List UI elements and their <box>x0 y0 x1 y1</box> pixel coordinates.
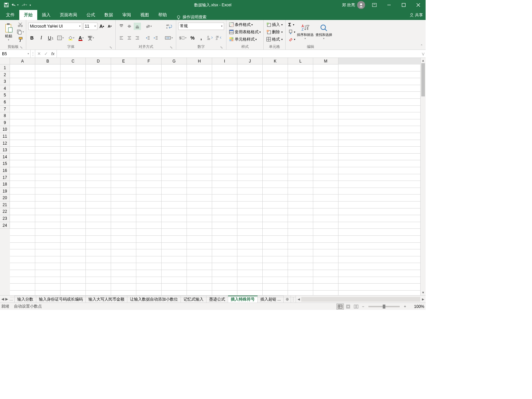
increase-decimal-button[interactable]: .0.00 <box>206 34 213 42</box>
scroll-up-button[interactable]: ▲ <box>421 58 426 63</box>
row-header[interactable]: 10 <box>0 126 10 133</box>
column-header[interactable]: L <box>288 58 313 65</box>
align-middle-button[interactable] <box>126 23 133 30</box>
font-size-combo[interactable]: 11▾ <box>83 23 97 30</box>
tab-home[interactable]: 开始 <box>19 10 37 20</box>
row-header[interactable]: 5 <box>0 92 10 99</box>
conditional-format-button[interactable]: 条件格式▾ <box>228 21 261 28</box>
insert-function-button[interactable]: fx <box>51 51 55 56</box>
bold-button[interactable]: B <box>28 34 36 42</box>
row-header[interactable]: 24 <box>0 222 10 229</box>
row-header[interactable]: 20 <box>0 195 10 201</box>
decrease-decimal-button[interactable]: .00.0 <box>215 34 222 42</box>
column-header[interactable]: J <box>237 58 263 65</box>
row-header[interactable]: 21 <box>0 201 10 208</box>
page-break-view-button[interactable] <box>352 304 360 310</box>
number-launcher[interactable]: ⤡ <box>219 45 223 49</box>
sheet-tab[interactable]: 记忆式输入 <box>181 296 206 303</box>
tab-formulas[interactable]: 公式 <box>82 10 100 20</box>
align-right-button[interactable] <box>134 34 141 42</box>
tell-me-search[interactable]: 操作说明搜索 <box>172 14 206 20</box>
italic-button[interactable]: I <box>38 34 45 42</box>
number-format-combo[interactable]: 常规▾ <box>178 23 224 30</box>
sheet-nav-more[interactable]: … <box>9 297 13 301</box>
format-cells-button[interactable]: 格式▾ <box>266 36 283 43</box>
underline-button[interactable]: U▾ <box>47 34 54 42</box>
new-sheet-button[interactable]: ⊕ <box>284 296 291 303</box>
column-header[interactable]: F <box>136 58 162 65</box>
column-header[interactable]: H <box>187 58 212 65</box>
column-header[interactable]: I <box>212 58 237 65</box>
delete-cells-button[interactable]: 删除▾ <box>266 28 283 36</box>
column-header[interactable]: E <box>111 58 136 65</box>
row-header[interactable]: 6 <box>0 99 10 106</box>
page-layout-view-button[interactable] <box>344 304 352 310</box>
paste-button[interactable]: 粘贴 ▾ <box>2 21 15 43</box>
font-color-button[interactable]: A▾ <box>77 34 85 42</box>
scroll-down-button[interactable]: ▼ <box>421 290 426 295</box>
sheet-tab[interactable]: 插入超链 ... <box>258 296 284 303</box>
sheet-tab[interactable]: 输入分数 <box>15 296 36 303</box>
formula-input[interactable]: ⋁ <box>57 50 426 58</box>
font-launcher[interactable]: ⤡ <box>109 45 113 49</box>
vertical-scrollbar[interactable]: ▲ ▼ <box>420 58 426 295</box>
row-header[interactable]: 19 <box>0 188 10 195</box>
column-header[interactable]: K <box>263 58 288 65</box>
merge-center-button[interactable]: ▾ <box>164 34 174 42</box>
redo-button[interactable]: ▾ <box>19 1 28 9</box>
name-box[interactable]: B5▾ <box>0 50 31 58</box>
name-box-options[interactable]: ⋮ <box>31 50 35 58</box>
cell-styles-button[interactable]: 单元格样式▾ <box>228 36 261 43</box>
borders-button[interactable]: ▾ <box>56 34 65 42</box>
row-header[interactable]: 13 <box>0 147 10 154</box>
row-header[interactable]: 18 <box>0 181 10 188</box>
cancel-formula-button[interactable]: ✕ <box>37 51 41 56</box>
share-button[interactable]: 共享 <box>409 10 423 20</box>
sheet-options[interactable]: ⋮ <box>291 296 296 303</box>
row-header[interactable]: 11 <box>0 133 10 140</box>
row-header[interactable]: 22 <box>0 208 10 215</box>
tab-data[interactable]: 数据 <box>100 10 118 20</box>
column-header[interactable]: M <box>313 58 338 65</box>
column-header[interactable]: D <box>86 58 111 65</box>
table-format-button[interactable]: 套用表格格式▾ <box>228 28 261 36</box>
tab-file[interactable]: 文件 <box>1 10 19 20</box>
row-header[interactable]: 9 <box>0 119 10 126</box>
tab-insert[interactable]: 插入 <box>37 10 55 20</box>
save-icon[interactable] <box>2 1 11 9</box>
find-select-button[interactable]: 查找和选择▾ <box>315 21 333 43</box>
minimize-button[interactable] <box>382 0 396 10</box>
sheet-tab[interactable]: 输入身份证号码或长编码 <box>36 296 86 303</box>
align-bottom-button[interactable] <box>134 23 141 30</box>
row-header[interactable]: 12 <box>0 140 10 147</box>
row-header[interactable]: 1 <box>0 65 10 71</box>
sheet-tab[interactable]: 墨迹公式 <box>206 296 228 303</box>
tab-help[interactable]: 帮助 <box>154 10 172 20</box>
zoom-level[interactable]: 100% <box>410 304 424 309</box>
sheet-tab[interactable]: 插入特殊符号 <box>228 296 258 303</box>
ribbon-display-options[interactable] <box>367 0 382 10</box>
autosum-button[interactable]: Σ▾ <box>288 21 296 28</box>
zoom-knob[interactable] <box>383 305 385 309</box>
percent-button[interactable]: % <box>189 34 196 42</box>
column-header[interactable]: G <box>162 58 187 65</box>
row-header[interactable]: 3 <box>0 78 10 85</box>
fill-color-button[interactable]: ▾ <box>67 34 75 42</box>
column-header[interactable]: B <box>35 58 61 65</box>
format-painter-button[interactable] <box>17 36 24 43</box>
shrink-font-button[interactable]: A▾ <box>106 23 113 30</box>
tab-page-layout[interactable]: 页面布局 <box>55 10 82 20</box>
horizontal-scrollbar[interactable]: ◀ ▶ <box>296 296 426 303</box>
orientation-button[interactable]: ab▾ <box>144 23 153 30</box>
row-header[interactable]: 15 <box>0 160 10 167</box>
sheet-tab[interactable]: 让输入数据自动添加小数位 <box>127 296 181 303</box>
row-header[interactable]: 17 <box>0 174 10 181</box>
sort-filter-button[interactable]: AZ 排序和筛选▾ <box>296 21 315 43</box>
close-button[interactable] <box>411 0 426 10</box>
align-left-button[interactable] <box>118 34 125 42</box>
user-avatar[interactable] <box>357 1 365 9</box>
sheet-tab[interactable]: 输入大写人民币金额 <box>86 296 127 303</box>
hscroll-left[interactable]: ◀ <box>296 298 301 301</box>
phonetic-button[interactable]: wén文▾ <box>87 34 95 42</box>
scroll-thumb[interactable] <box>421 63 425 96</box>
